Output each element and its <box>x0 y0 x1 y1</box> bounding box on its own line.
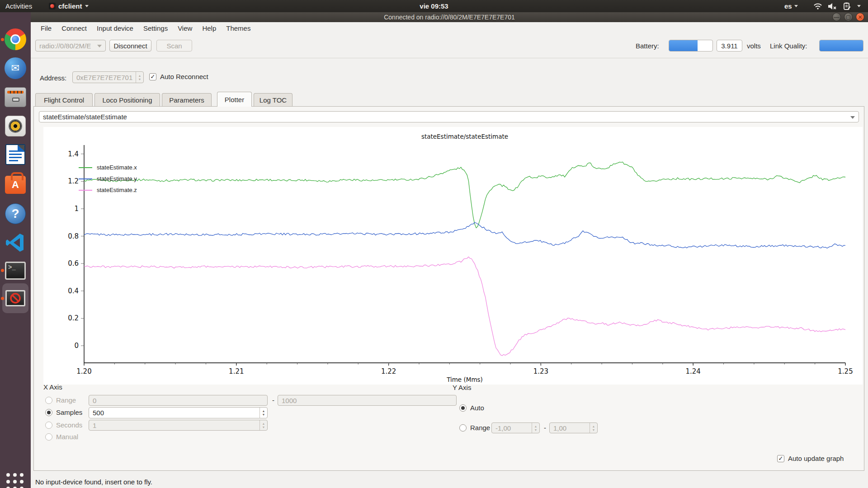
battery-status-icon[interactable] <box>843 0 851 12</box>
svg-text:1.4: 1.4 <box>68 150 79 158</box>
dock-item-rhythmbox[interactable] <box>5 115 26 137</box>
menu-settings[interactable]: Settings <box>139 23 172 33</box>
radio-icon <box>45 397 52 404</box>
clock[interactable]: vie 09:53 <box>0 0 868 12</box>
x-seconds-spinbox[interactable]: 1 ▲▼ <box>89 420 268 431</box>
battery-label: Battery: <box>636 42 659 50</box>
battery-progress <box>669 40 713 52</box>
x-range-from-field[interactable]: 0 <box>89 395 268 406</box>
chevron-down-icon <box>97 45 102 47</box>
connection-uri-combo[interactable]: radio://0/80/2M/E <box>35 40 106 52</box>
x-samples-radio[interactable]: Samples <box>45 408 82 416</box>
y-range-radio[interactable]: Range <box>459 424 490 432</box>
y-axis-title: Y Axis <box>453 384 471 391</box>
volume-muted-icon[interactable] <box>828 0 837 12</box>
running-indicator <box>1 269 4 272</box>
svg-text:0.8: 0.8 <box>68 232 79 240</box>
dock-item-ubuntu-software[interactable]: A <box>5 173 26 195</box>
legend-entry: stateEstimate.y <box>79 173 137 184</box>
running-indicator <box>1 297 4 300</box>
tab-loco-positioning[interactable]: Loco Positioning <box>94 93 160 106</box>
x-samples-spinbox[interactable]: 500 ▲▼ <box>89 407 268 418</box>
menu-help[interactable]: Help <box>198 23 221 33</box>
chrome-icon <box>5 28 26 50</box>
tab-log-toc[interactable]: Log TOC <box>254 93 292 106</box>
menu-input-device[interactable]: Input device <box>92 23 138 33</box>
legend-label: stateEstimate.y <box>97 175 137 182</box>
window-title: Connected on radio://0/80/2M/E7E7E7E7E70… <box>384 14 515 21</box>
auto-update-checkbox[interactable]: Auto update graph <box>777 455 844 462</box>
svg-text:1.20: 1.20 <box>76 367 91 375</box>
radio-icon <box>45 422 52 429</box>
chevron-down-icon <box>794 5 798 7</box>
svg-text:stateEstimate/stateEstimate: stateEstimate/stateEstimate <box>421 133 508 140</box>
legend-line-swatch <box>79 190 92 191</box>
address-spinbox[interactable]: 0xE7E7E7E7E701 ▲▼ <box>72 71 144 83</box>
menu-themes[interactable]: Themes <box>222 23 255 33</box>
keyboard-layout-indicator[interactable]: es <box>784 0 798 12</box>
ubuntu-software-icon: A <box>5 176 26 194</box>
auto-reconnect-checkbox[interactable]: Auto Reconnect <box>149 73 208 80</box>
tab-plotter[interactable]: Plotter <box>217 92 252 107</box>
terminal-icon: >_ <box>5 262 26 280</box>
dock-item-vscode[interactable] <box>5 232 26 253</box>
y-auto-radio[interactable]: Auto <box>459 404 484 412</box>
radio-selected-icon <box>459 404 467 412</box>
legend-line-swatch <box>79 167 92 168</box>
x-range-radio[interactable]: Range <box>45 396 76 404</box>
tab-flight-control[interactable]: Flight Control <box>35 93 93 106</box>
status-bar: No input-device found, insert one to fly… <box>31 475 868 488</box>
window-title-bar[interactable]: Connected on radio://0/80/2M/E7E7E7E7E70… <box>31 12 868 22</box>
link-quality-progress <box>819 40 863 52</box>
scan-button[interactable]: Scan <box>156 40 192 52</box>
running-indicator <box>1 38 4 41</box>
show-applications-button[interactable] <box>6 473 24 488</box>
x-manual-radio[interactable]: Manual <box>45 433 78 441</box>
vscode-icon <box>5 232 26 253</box>
svg-text:1.21: 1.21 <box>229 367 244 375</box>
range-separator: - <box>544 424 546 432</box>
svg-text:0: 0 <box>74 342 79 350</box>
dock-item-terminal[interactable]: >_ <box>5 260 26 282</box>
dock-item-chrome[interactable] <box>5 28 26 50</box>
dock-item-help[interactable]: ? <box>5 203 26 225</box>
dock-item-thunderbird[interactable]: ✉ <box>5 57 26 79</box>
checkbox-check-icon <box>777 455 784 462</box>
menu-connect[interactable]: Connect <box>57 23 91 33</box>
y-range-from-spinbox[interactable]: -1,00 ▲▼ <box>491 422 540 433</box>
svg-text:1.2: 1.2 <box>68 177 79 185</box>
maximize-button[interactable]: ▢ <box>844 13 853 21</box>
menu-view[interactable]: View <box>173 23 197 33</box>
radio-selected-icon <box>45 409 52 416</box>
y-range-to-spinbox[interactable]: 1,00 ▲▼ <box>549 422 598 433</box>
spinner-arrows-icon[interactable]: ▲▼ <box>532 423 539 433</box>
chart-legend: stateEstimate.xstateEstimate.ystateEstim… <box>79 162 137 196</box>
spinner-arrows-icon[interactable]: ▲▼ <box>136 72 143 83</box>
x-seconds-radio[interactable]: Seconds <box>45 421 82 429</box>
dock-item-cfclient[interactable] <box>5 290 27 312</box>
system-menu-button[interactable] <box>857 0 861 12</box>
legend-entry: stateEstimate.x <box>79 162 137 173</box>
tab-parameters[interactable]: Parameters <box>162 93 212 106</box>
spinner-arrows-icon[interactable]: ▲▼ <box>259 420 267 430</box>
spinner-arrows-icon[interactable]: ▲▼ <box>590 423 597 433</box>
plotter-panel: stateEstimate/stateEstimate 00.20.40.60.… <box>33 106 864 471</box>
minimize-button[interactable]: — <box>832 13 841 21</box>
app-menu-button[interactable]: cfclient <box>49 0 89 12</box>
dock-item-files[interactable] <box>5 86 26 108</box>
plot-svg: 00.20.40.60.811.21.41.201.211.221.231.24… <box>43 127 863 385</box>
dock-item-libreoffice-writer[interactable] <box>5 144 26 166</box>
log-config-dropdown[interactable]: stateEstimate/stateEstimate <box>39 111 859 122</box>
system-bar: Activities cfclient vie 09:53 es <box>0 0 868 12</box>
activities-button[interactable]: Activities <box>5 0 32 12</box>
radio-icon <box>45 433 52 441</box>
close-button[interactable]: ✕ <box>856 13 864 21</box>
x-range-to-field[interactable]: 1000 <box>278 395 457 406</box>
chevron-down-icon <box>857 5 861 7</box>
files-icon <box>5 87 26 107</box>
menu-file[interactable]: File <box>36 23 56 33</box>
disconnect-button[interactable]: Disconnect <box>109 40 151 52</box>
battery-progress-fill <box>669 40 698 51</box>
spinner-arrows-icon[interactable]: ▲▼ <box>259 408 267 418</box>
wifi-icon[interactable] <box>814 0 822 12</box>
